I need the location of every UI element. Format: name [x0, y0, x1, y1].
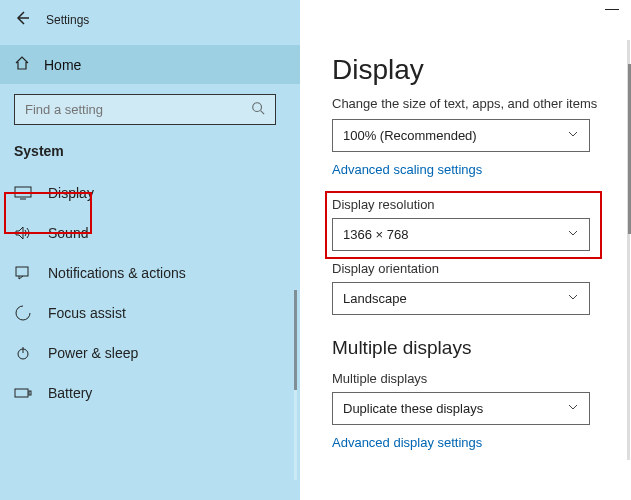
advanced-display-link[interactable]: Advanced display settings	[332, 435, 482, 450]
orientation-value: Landscape	[343, 291, 407, 306]
sidebar: Settings Home System Display	[0, 0, 300, 500]
sidebar-home[interactable]: Home	[0, 45, 300, 84]
chevron-down-icon	[567, 291, 579, 306]
search-field[interactable]	[25, 102, 251, 117]
home-label: Home	[44, 57, 81, 73]
sidebar-item-label: Notifications & actions	[48, 265, 186, 281]
window-title: Settings	[46, 13, 89, 27]
chevron-down-icon	[567, 401, 579, 416]
sidebar-item-label: Power & sleep	[48, 345, 138, 361]
titlebar: Settings	[0, 6, 300, 37]
power-icon	[14, 345, 32, 361]
orientation-select[interactable]: Landscape	[332, 282, 590, 315]
sidebar-item-display[interactable]: Display	[0, 173, 300, 213]
sidebar-item-sound[interactable]: Sound	[0, 213, 300, 253]
multiple-displays-heading: Multiple displays	[332, 337, 611, 359]
page-title: Display	[332, 54, 611, 86]
sidebar-item-notifications[interactable]: Notifications & actions	[0, 253, 300, 293]
scale-value: 100% (Recommended)	[343, 128, 477, 143]
highlight-resolution	[325, 191, 602, 259]
focus-assist-icon	[14, 305, 32, 321]
sidebar-item-label: Display	[48, 185, 94, 201]
search-wrap	[0, 84, 300, 133]
svg-point-1	[253, 103, 262, 112]
orientation-label: Display orientation	[332, 261, 611, 276]
sidebar-item-label: Focus assist	[48, 305, 126, 321]
search-icon	[251, 101, 265, 118]
svg-rect-3	[15, 187, 31, 197]
multiple-displays-value: Duplicate these displays	[343, 401, 483, 416]
advanced-scaling-link[interactable]: Advanced scaling settings	[332, 162, 482, 177]
home-icon	[14, 55, 30, 74]
sidebar-item-power-sleep[interactable]: Power & sleep	[0, 333, 300, 373]
sidebar-item-focus-assist[interactable]: Focus assist	[0, 293, 300, 333]
multiple-displays-select[interactable]: Duplicate these displays	[332, 392, 590, 425]
chevron-down-icon	[567, 128, 579, 143]
minimize-button[interactable]: —	[605, 0, 619, 16]
scale-label: Change the size of text, apps, and other…	[332, 96, 611, 111]
window: Settings Home System Display	[0, 0, 631, 500]
sound-icon	[14, 226, 32, 240]
sidebar-category: System	[0, 133, 300, 163]
back-icon[interactable]	[14, 10, 30, 29]
svg-line-2	[261, 111, 265, 115]
svg-rect-8	[15, 389, 28, 397]
sidebar-nav: Display Sound Notifications & actions Fo…	[0, 173, 300, 413]
display-icon	[14, 186, 32, 200]
svg-rect-9	[29, 391, 31, 395]
sidebar-item-label: Battery	[48, 385, 92, 401]
sidebar-item-label: Sound	[48, 225, 88, 241]
svg-rect-5	[16, 267, 28, 276]
multiple-displays-label: Multiple displays	[332, 371, 611, 386]
sidebar-scrollbar-thumb[interactable]	[294, 290, 297, 390]
search-input[interactable]	[14, 94, 276, 125]
notifications-icon	[14, 266, 32, 280]
scale-select[interactable]: 100% (Recommended)	[332, 119, 590, 152]
battery-icon	[14, 387, 32, 399]
sidebar-item-battery[interactable]: Battery	[0, 373, 300, 413]
